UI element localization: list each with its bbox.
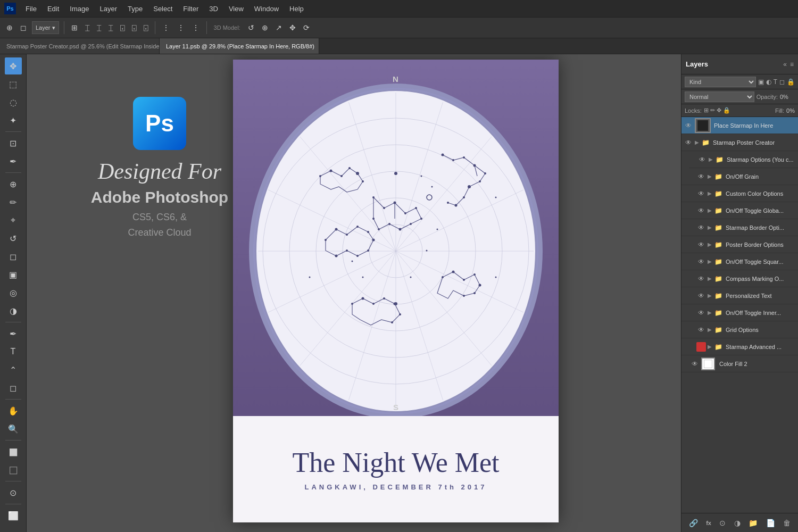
- filter-smart-icon[interactable]: 🔒: [787, 78, 795, 86]
- folder-collapse-icon[interactable]: ▶: [708, 173, 712, 179]
- eye-visibility-icon[interactable]: 👁: [684, 122, 693, 129]
- delete-layer-btn[interactable]: 🗑: [783, 519, 791, 527]
- menu-image[interactable]: Image: [65, 4, 93, 14]
- lasso-tool[interactable]: ◌: [5, 94, 22, 111]
- distribute-icon[interactable]: ⋮: [160, 22, 172, 33]
- menu-window[interactable]: Window: [250, 4, 283, 14]
- layer-item[interactable]: 👁 ▶ 📁 Poster Border Options: [681, 236, 798, 253]
- layer-item[interactable]: 👁 Place Starmap In Here: [681, 117, 798, 134]
- layer-item[interactable]: 👁 ▶ 📁 Starmap Poster Creator: [681, 134, 798, 151]
- new-group-btn[interactable]: 📁: [749, 519, 758, 527]
- filter-adjust-icon[interactable]: ◐: [766, 78, 771, 86]
- dist-h-icon[interactable]: ⋮: [190, 22, 202, 33]
- folder-collapse-icon[interactable]: ▶: [708, 207, 712, 213]
- pan-3d-icon[interactable]: ✥: [287, 22, 298, 33]
- layer-dropdown[interactable]: Layer ▾: [32, 21, 59, 34]
- dist-v-icon[interactable]: ⋮: [175, 22, 187, 33]
- align-vert-icon[interactable]: ⌶: [95, 22, 103, 33]
- clone-tool[interactable]: ⌖: [5, 212, 22, 229]
- align-right-icon[interactable]: ⌺: [142, 22, 150, 33]
- lock-position-icon[interactable]: ✥: [717, 107, 721, 114]
- eye-visibility-icon[interactable]: 👁: [696, 224, 706, 231]
- add-adjustment-btn[interactable]: ◑: [734, 519, 741, 527]
- blend-mode-select[interactable]: Normal: [685, 92, 754, 102]
- eye-visibility-icon[interactable]: 👁: [696, 309, 706, 317]
- filter-type-icon[interactable]: T: [774, 78, 777, 86]
- menu-help[interactable]: Help: [285, 4, 308, 14]
- pen-tool[interactable]: ✒: [5, 325, 22, 342]
- tab-layer11[interactable]: Layer 11.psb @ 29.8% (Place Starmap In H…: [160, 38, 319, 54]
- eraser-tool[interactable]: ◻: [5, 248, 22, 265]
- layer-item[interactable]: ▶ 📁 Starmap Advanced ...: [681, 338, 798, 355]
- foreground-color[interactable]: ◼: [5, 443, 22, 460]
- lock-pixels-icon[interactable]: ✏: [710, 107, 715, 114]
- crop-tool[interactable]: ⊡: [5, 135, 22, 152]
- align-left-icon[interactable]: ⌺: [118, 22, 127, 33]
- menu-select[interactable]: Select: [149, 4, 177, 14]
- layer-fx-btn[interactable]: fx: [706, 520, 711, 526]
- eye-visibility-icon[interactable]: 👁: [696, 292, 706, 300]
- orbit-3d-icon[interactable]: ⟳: [301, 22, 312, 33]
- marquee-tool[interactable]: ⬚: [5, 76, 22, 93]
- spot-heal-tool[interactable]: ⊕: [5, 176, 22, 193]
- brush-tool[interactable]: ✏: [5, 194, 22, 211]
- link-layers-btn[interactable]: 🔗: [689, 519, 698, 527]
- folder-collapse-icon[interactable]: ▶: [695, 139, 699, 145]
- layer-item[interactable]: 👁 ▶ 📁 On/Off Toggle Globa...: [681, 202, 798, 219]
- menu-edit[interactable]: Edit: [43, 4, 63, 14]
- menu-file[interactable]: File: [21, 4, 41, 14]
- eye-visibility-icon[interactable]: 👁: [696, 173, 706, 180]
- scale-3d-icon[interactable]: ↗: [273, 22, 284, 33]
- menu-3d[interactable]: 3D: [205, 4, 222, 14]
- layer-item[interactable]: 👁 ▶ 📁 Starmap Options (You c...: [689, 151, 798, 168]
- hand-tool[interactable]: ✋: [5, 402, 22, 419]
- opacity-value[interactable]: 0%: [780, 94, 795, 100]
- panel-collapse-btn[interactable]: «: [783, 61, 787, 68]
- eye-visibility-icon[interactable]: 👁: [696, 207, 706, 214]
- folder-collapse-icon[interactable]: ▶: [708, 293, 712, 298]
- layer-item[interactable]: 👁 ▶ 📁 On/Off Grain: [681, 168, 798, 185]
- magic-wand-tool[interactable]: ✦: [5, 112, 22, 129]
- layer-item[interactable]: 👁 ▶ 📁 Personalized Text: [681, 287, 798, 304]
- folder-collapse-icon[interactable]: ▶: [708, 310, 712, 315]
- eye-visibility-icon[interactable]: 👁: [690, 360, 700, 368]
- history-tool[interactable]: ↺: [5, 230, 22, 247]
- layer-item[interactable]: 👁 ▶ 📁 On/Off Toggle Inner...: [681, 304, 798, 321]
- red-visibility-icon[interactable]: [696, 342, 706, 352]
- lock-all-icon[interactable]: 🔒: [723, 107, 730, 114]
- filter-shape-icon[interactable]: ◻: [779, 78, 785, 86]
- folder-collapse-icon[interactable]: ▶: [709, 156, 713, 162]
- move-tool[interactable]: ✥: [5, 57, 22, 74]
- folder-collapse-icon[interactable]: ▶: [708, 344, 712, 350]
- eye-visibility-icon[interactable]: 👁: [696, 190, 706, 197]
- folder-collapse-icon[interactable]: ▶: [708, 242, 712, 247]
- lock-transparent-icon[interactable]: ⊞: [704, 107, 709, 114]
- new-layer-btn[interactable]: 📄: [766, 519, 775, 527]
- shape-tool[interactable]: ◻: [5, 379, 22, 396]
- screen-mode-icon[interactable]: ⬜: [5, 507, 22, 524]
- eye-visibility-icon[interactable]: 👁: [697, 156, 707, 163]
- align-bottom-icon[interactable]: ⌶: [106, 22, 115, 33]
- eye-visibility-icon[interactable]: 👁: [696, 258, 706, 265]
- gradient-tool[interactable]: ▣: [5, 266, 22, 283]
- layer-item[interactable]: 👁 ▶ 📁 Starmap Border Opti...: [681, 219, 798, 236]
- eyedropper-tool[interactable]: ✒: [5, 153, 22, 170]
- align-horiz-icon[interactable]: ⌺: [130, 22, 138, 33]
- eye-visibility-icon[interactable]: 👁: [696, 241, 706, 248]
- quick-mask-icon[interactable]: ⊙: [5, 484, 22, 501]
- dodge-tool[interactable]: ◑: [5, 302, 22, 319]
- menu-type[interactable]: Type: [123, 4, 147, 14]
- menu-filter[interactable]: Filter: [179, 4, 203, 14]
- folder-collapse-icon[interactable]: ▶: [708, 259, 712, 264]
- path-select-tool[interactable]: ⌃: [5, 361, 22, 378]
- blur-tool[interactable]: ◎: [5, 284, 22, 301]
- layer-item[interactable]: 👁 ▶ 📁 Compass Marking O...: [681, 270, 798, 287]
- menu-view[interactable]: View: [225, 4, 248, 14]
- eye-visibility-icon[interactable]: 👁: [696, 326, 706, 334]
- folder-collapse-icon[interactable]: ▶: [708, 276, 712, 281]
- layer-item[interactable]: 👁 Color Fill 2: [681, 355, 798, 372]
- rotate-3d-icon[interactable]: ↺: [246, 22, 256, 33]
- layer-item[interactable]: 👁 ▶ 📁 Grid Options: [681, 321, 798, 338]
- eye-visibility-icon[interactable]: 👁: [684, 139, 693, 146]
- zoom-tool[interactable]: 🔍: [5, 420, 22, 437]
